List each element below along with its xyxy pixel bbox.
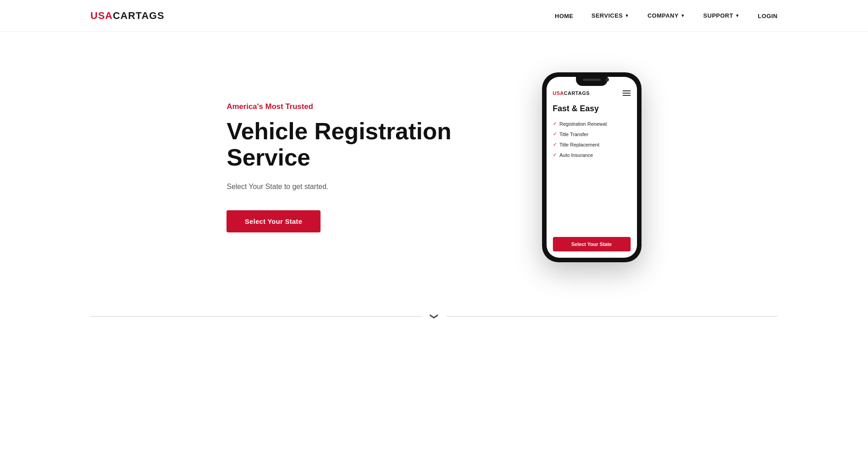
nav-link-services[interactable]: SERVICES ▼: [591, 12, 629, 19]
phone-service-item-2: ✓ Title Replacement: [553, 142, 631, 147]
logo-cartags: CARTAGS: [113, 10, 164, 21]
nav-item-services[interactable]: SERVICES ▼: [591, 12, 629, 19]
hero-subtitle: Select Your State to get started.: [226, 181, 451, 192]
phone-content: Fast & Easy ✓ Registration Renewal ✓ Tit…: [547, 99, 637, 258]
phone-notch: [576, 77, 608, 86]
phone-hamburger-icon[interactable]: [623, 90, 631, 96]
check-icon-0: ✓: [553, 121, 557, 127]
company-dropdown-arrow: ▼: [680, 13, 685, 18]
hero-content: America's Most Trusted Vehicle Registrat…: [226, 102, 451, 232]
check-icon-3: ✓: [553, 152, 557, 158]
phone-service-label-3: Auto Insurance: [560, 152, 593, 158]
phone-service-list: ✓ Registration Renewal ✓ Title Transfer …: [553, 121, 631, 226]
nav-link-home[interactable]: HOME: [555, 13, 573, 19]
phone-mockup-container: USACARTAGS Fast & Easy ✓ Registration Re…: [542, 72, 642, 262]
support-dropdown-arrow: ▼: [735, 13, 740, 18]
phone-screen: USACARTAGS Fast & Easy ✓ Registration Re…: [547, 77, 637, 258]
select-state-button[interactable]: Select Your State: [226, 210, 320, 232]
phone-service-label-0: Registration Renewal: [560, 121, 607, 127]
nav-link-company[interactable]: COMPANY ▼: [647, 12, 685, 19]
phone-speaker: [583, 79, 601, 81]
phone-heading: Fast & Easy: [553, 104, 631, 113]
nav-link-support[interactable]: SUPPORT ▼: [703, 12, 740, 19]
nav-item-company[interactable]: COMPANY ▼: [647, 12, 685, 19]
nav-links: HOME SERVICES ▼ COMPANY ▼ SUPPORT ▼ LOGI…: [555, 12, 778, 20]
site-logo[interactable]: USACARTAGS: [90, 10, 165, 22]
phone-service-label-2: Title Replacement: [560, 142, 599, 147]
phone-service-item-0: ✓ Registration Renewal: [553, 121, 631, 127]
nav-item-support[interactable]: SUPPORT ▼: [703, 12, 740, 19]
divider-line-left: [90, 316, 422, 317]
services-dropdown-arrow: ▼: [625, 13, 629, 18]
phone-logo-cartags: CARTAGS: [564, 90, 590, 96]
phone-mockup: USACARTAGS Fast & Easy ✓ Registration Re…: [542, 72, 642, 262]
phone-logo-usa: USA: [553, 90, 564, 96]
section-divider: ❯: [0, 312, 868, 320]
phone-select-state-button[interactable]: Select Your State: [553, 237, 631, 251]
divider-line-right: [447, 316, 778, 317]
main-nav: USACARTAGS HOME SERVICES ▼ COMPANY ▼ SUP…: [0, 0, 868, 32]
nav-link-login[interactable]: LOGIN: [758, 13, 778, 19]
phone-service-label-1: Title Transfer: [560, 132, 589, 137]
check-icon-2: ✓: [553, 142, 557, 147]
check-icon-1: ✓: [553, 131, 557, 137]
logo-usa: USA: [90, 10, 113, 21]
hero-title: Vehicle Registration Service: [226, 118, 451, 170]
phone-camera: [605, 78, 609, 81]
nav-item-home[interactable]: HOME: [555, 12, 573, 20]
phone-logo: USACARTAGS: [553, 90, 590, 96]
nav-item-login[interactable]: LOGIN: [758, 12, 778, 20]
hero-tagline: America's Most Trusted: [226, 102, 451, 111]
scroll-down-chevron[interactable]: ❯: [430, 313, 438, 320]
phone-service-item-3: ✓ Auto Insurance: [553, 152, 631, 158]
phone-service-item-1: ✓ Title Transfer: [553, 131, 631, 137]
hero-section: America's Most Trusted Vehicle Registrat…: [0, 32, 868, 303]
